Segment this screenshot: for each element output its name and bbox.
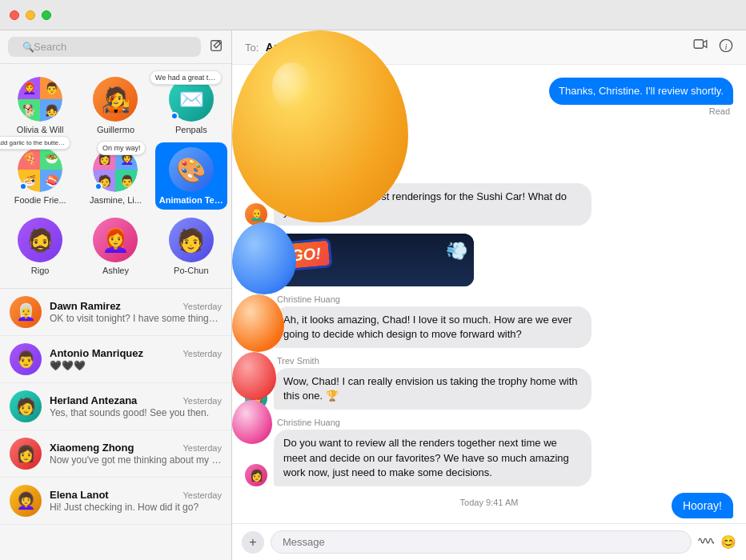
pinned-item-penpals[interactable]: ✉️ We had a great time. Home with... Pen… — [155, 72, 227, 139]
hooray-bubble: Hooray! — [672, 493, 733, 518]
audio-wave-icon[interactable] — [698, 534, 714, 550]
message-group-sent: Thanks, Christine. I'll review shortly. … — [245, 78, 733, 116]
search-placeholder: Search — [34, 41, 66, 53]
app-body: 🔍 Search 👩‍🦰 � — [0, 30, 746, 560]
message-row-christine-1: 👩 Ah, it looks amazing, Chad! I love it … — [245, 306, 733, 348]
sidebar: 🔍 Search 👩‍🦰 � — [0, 30, 232, 560]
pinned-grid: 👩‍🦰 👨 🐕 👧 Olivia & Will 🧑‍🎤 Guillermo — [0, 64, 231, 289]
to-label: To: — [245, 42, 259, 54]
conv-msg-antonio: 🖤🖤🖤 — [50, 360, 222, 371]
conv-name-herland: Herland Antezana — [50, 394, 137, 406]
bubble-trev-2: Wow, Chad! I can really envision us taki… — [274, 368, 592, 410]
conv-time-elena: Yesterday — [182, 490, 222, 500]
conv-item-dawn[interactable]: 👩‍🦳 Dawn Ramirez Yesterday OK to visit t… — [0, 289, 231, 336]
chat-header: To: Animation Team i — [232, 30, 746, 65]
search-bar[interactable]: 🔍 Search — [8, 37, 201, 57]
pinned-item-jasmine[interactable]: 👩 👩‍🦱 🧑 👨 On my way! Jasmine, Li... — [79, 142, 151, 210]
conv-item-herland[interactable]: 🧑 Herland Antezana Yesterday Yes, that s… — [0, 383, 231, 430]
minimize-button[interactable] — [26, 10, 35, 20]
title-bar — [0, 0, 746, 30]
pinned-name-po-chun: Po-Chun — [174, 266, 208, 275]
sidebar-header: 🔍 Search — [0, 30, 231, 64]
maximize-button[interactable] — [42, 10, 51, 20]
conv-msg-dawn: OK to visit tonight? I have some things … — [50, 313, 222, 324]
conv-msg-elena: Hi! Just checking in. How did it go? — [50, 502, 222, 513]
msg-avatar-christine: 👩 — [245, 326, 267, 348]
read-receipt: Read — [245, 106, 733, 116]
conv-avatar-antonio: 👨 — [10, 343, 42, 375]
conv-name-dawn: Dawn Ramirez — [50, 300, 121, 312]
conv-item-xiaomeng[interactable]: 👩 Xiaomeng Zhong Yesterday Now you've go… — [0, 430, 231, 478]
svg-rect-1 — [694, 40, 703, 49]
message-group-christine-1: Christine Huang 👩 Ah, it looks amazing, … — [245, 294, 733, 348]
message-input[interactable] — [271, 530, 692, 554]
bubble-sent-1: Thanks, Christine. I'll review shortly. — [549, 78, 733, 105]
input-icons: 😊 — [698, 534, 736, 550]
conv-time-xiaomeng: Yesterday — [182, 443, 222, 453]
pinned-item-olivia-will[interactable]: 👩‍🦰 👨 🐕 👧 Olivia & Will — [4, 72, 76, 139]
conv-name-xiaomeng: Xiaomeng Zhong — [50, 442, 134, 454]
add-attachment-button[interactable]: + — [242, 531, 264, 554]
bubble-trev-1: Amazing! Go team! 👏 — [274, 136, 398, 163]
info-icon[interactable]: i — [719, 38, 733, 56]
bubble-christine-2: Do you want to review all the renders to… — [274, 430, 592, 486]
go-sticker: GO! — [279, 238, 333, 271]
foodie-unread — [19, 182, 27, 190]
message-row-chad: 👨‍🦲 I just finished the latest rendering… — [245, 183, 733, 225]
chat-header-icons: i — [693, 38, 733, 56]
jasmine-preview: On my way! — [97, 141, 146, 155]
pinned-item-guillermo[interactable]: 🧑‍🎤 Guillermo — [79, 72, 151, 139]
sender-name-chad: Chad Benjamin Potter — [277, 171, 733, 181]
penpals-unread — [170, 112, 178, 120]
conv-time-dawn: Yesterday — [182, 302, 222, 311]
compose-icon[interactable] — [209, 38, 223, 56]
chat-to-name: Animation Team — [266, 41, 352, 54]
message-group-trev-2: Trev Smith 🧔 Wow, Chad! I can really env… — [245, 356, 733, 410]
pinned-item-animation-team[interactable]: 🎨 Animation Team — [155, 142, 227, 210]
pinned-name-animation-team: Animation Team — [159, 195, 223, 205]
conv-avatar-herland: 🧑 — [10, 390, 42, 422]
bubble-christine-1: Ah, it looks amazing, Chad! I love it so… — [274, 306, 592, 348]
chat-area: To: Animation Team i — [232, 30, 746, 560]
zoom-sticker: 💨 — [444, 238, 469, 262]
message-row-sent-1: Thanks, Christine. I'll review shortly. — [245, 78, 733, 105]
pinned-name-foodie: Foodie Frie... — [14, 195, 66, 205]
pinned-item-po-chun[interactable]: 🧑 Po-Chun — [155, 213, 227, 280]
sender-name-trev: Trev Smith — [277, 124, 733, 134]
pinned-name-rigo: Rigo — [31, 266, 50, 275]
sender-name-christine-1: Christine Huang — [277, 294, 733, 304]
conv-content-elena: Elena Lanot Yesterday Hi! Just checking … — [50, 489, 222, 513]
pinned-name-guillermo: Guillermo — [97, 125, 134, 134]
pinned-name-ashley: Ashley — [102, 266, 129, 275]
msg-avatar-christine-2: 👩 — [245, 464, 267, 486]
conv-item-antonio[interactable]: 👨 Antonio Manriquez Yesterday 🖤🖤🖤 — [0, 336, 231, 383]
conv-content-xiaomeng: Xiaomeng Zhong Yesterday Now you've got … — [50, 442, 222, 466]
pinned-item-ashley[interactable]: 👩‍🦰 Ashley — [79, 213, 151, 280]
conv-time-antonio: Yesterday — [182, 349, 222, 358]
jasmine-unread — [94, 182, 102, 190]
chat-to-label: To: Animation Team — [245, 40, 352, 54]
emoji-icon[interactable]: 😊 — [720, 534, 736, 550]
conv-avatar-dawn: 👩‍🦳 — [10, 296, 42, 328]
sushi-car-image: 🍣 GO! 💨 — [274, 234, 474, 286]
close-button[interactable] — [10, 10, 19, 20]
pinned-item-foodie[interactable]: 🍕 🥗 🍜 🍣 Add garlic to the butter, and th… — [4, 142, 76, 210]
msg-avatar-trev: 🧔 — [245, 141, 267, 163]
pinned-item-rigo[interactable]: 🧔 Rigo — [4, 213, 76, 280]
messages-container[interactable]: Thanks, Christine. I'll review shortly. … — [232, 65, 746, 523]
conv-name-elena: Elena Lanot — [50, 489, 109, 501]
pinned-name-jasmine: Jasmine, Li... — [90, 195, 142, 205]
video-call-icon[interactable] — [693, 38, 708, 56]
conv-content-herland: Herland Antezana Yesterday Yes, that sou… — [50, 394, 222, 418]
svg-text:i: i — [725, 42, 728, 51]
search-icon: 🔍 — [22, 42, 34, 53]
sender-name-christine-2: Christine Huang — [277, 418, 733, 427]
message-row-trev-2: 🧔 Wow, Chad! I can really envision us ta… — [245, 368, 733, 410]
window-controls — [10, 10, 51, 20]
input-bar: + 😊 — [232, 523, 746, 560]
conv-content-dawn: Dawn Ramirez Yesterday OK to visit tonig… — [50, 300, 222, 324]
msg-avatar-trev-2: 🧔 — [245, 387, 267, 410]
pinned-name-penpals: Penpals — [175, 125, 207, 134]
conv-item-elena[interactable]: 👩‍🦱 Elena Lanot Yesterday Hi! Just check… — [0, 478, 231, 525]
conv-avatar-elena: 👩‍🦱 — [10, 485, 42, 517]
